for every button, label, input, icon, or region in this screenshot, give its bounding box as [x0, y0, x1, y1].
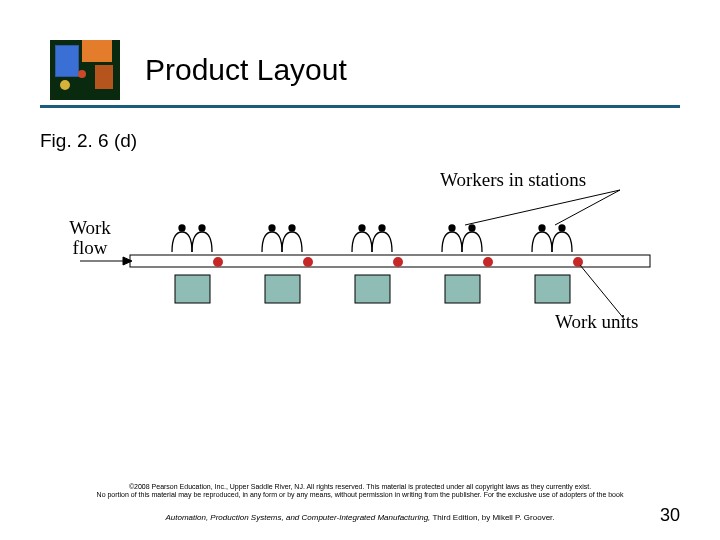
- svg-point-13: [393, 257, 403, 267]
- svg-point-7: [449, 225, 455, 231]
- svg-point-9: [539, 225, 545, 231]
- svg-rect-19: [445, 275, 480, 303]
- title-rule: [40, 105, 680, 108]
- copyright-text: ©2008 Pearson Education, Inc., Upper Sad…: [40, 483, 680, 501]
- svg-point-1: [179, 225, 185, 231]
- svg-point-4: [289, 225, 295, 231]
- svg-point-12: [303, 257, 313, 267]
- svg-point-15: [573, 257, 583, 267]
- svg-rect-0: [130, 255, 650, 267]
- svg-point-5: [359, 225, 365, 231]
- figure-label: Fig. 2. 6 (d): [40, 130, 137, 152]
- svg-point-10: [559, 225, 565, 231]
- svg-rect-20: [535, 275, 570, 303]
- svg-point-3: [269, 225, 275, 231]
- svg-line-22: [465, 190, 620, 225]
- svg-point-2: [199, 225, 205, 231]
- slide: Product Layout Fig. 2. 6 (d): [0, 0, 720, 540]
- product-layout-diagram: Workers in stations Work flow Work units: [60, 170, 660, 350]
- svg-point-8: [469, 225, 475, 231]
- label-workers: Workers in stations: [440, 170, 586, 190]
- page-title: Product Layout: [145, 53, 347, 87]
- svg-rect-17: [265, 275, 300, 303]
- svg-rect-16: [175, 275, 210, 303]
- svg-point-11: [213, 257, 223, 267]
- book-citation: Automation, Production Systems, and Comp…: [40, 513, 680, 522]
- logo-image: [50, 40, 120, 100]
- label-workunits: Work units: [555, 312, 638, 332]
- label-workflow: Work flow: [60, 218, 120, 258]
- svg-point-14: [483, 257, 493, 267]
- svg-point-6: [379, 225, 385, 231]
- svg-line-21: [555, 190, 620, 225]
- page-number: 30: [660, 505, 680, 526]
- svg-rect-18: [355, 275, 390, 303]
